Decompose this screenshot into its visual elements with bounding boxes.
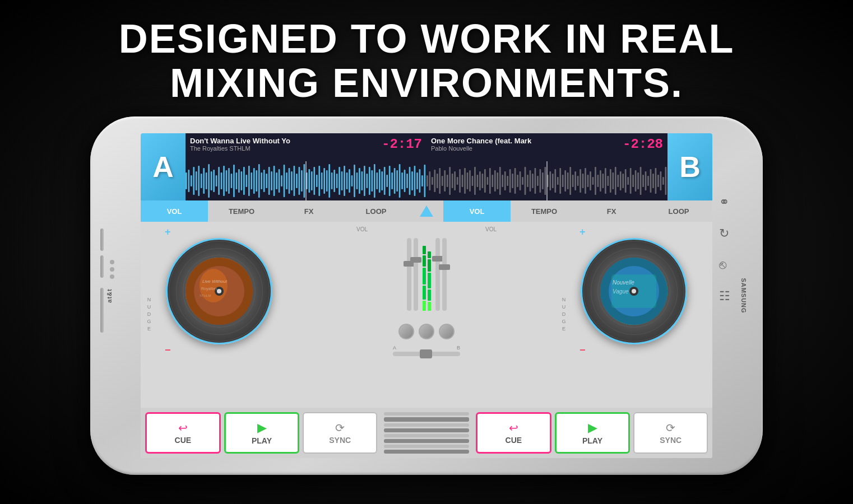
svg-rect-31: [261, 172, 262, 189]
svg-rect-59: [331, 172, 333, 189]
deck-a-minus-button[interactable]: −: [165, 344, 171, 356]
deck-a-play-button[interactable]: ▶ PLAY: [224, 412, 300, 454]
turntable-a-disc[interactable]: Live Without Royalties STHLM: [166, 238, 272, 344]
svg-rect-162: [585, 168, 586, 194]
crossfader-handle[interactable]: [420, 349, 432, 358]
svg-rect-191: [657, 175, 659, 187]
svg-rect-148: [549, 171, 551, 190]
tab-b-vol[interactable]: VOL: [443, 200, 511, 222]
volume-buttons[interactable]: [100, 228, 104, 333]
svg-rect-192: [660, 171, 662, 190]
svg-rect-160: [580, 169, 581, 193]
center-bar-5: [384, 434, 469, 437]
crossfader-track[interactable]: [393, 352, 460, 356]
phone-screen: A Don't Wanna Live Without Yo The Royalt…: [141, 133, 712, 458]
deck-b-sync-button[interactable]: ⟳ SYNC: [633, 412, 708, 454]
center-bar-4: [384, 428, 469, 432]
svg-rect-12: [213, 170, 215, 192]
svg-rect-41: [286, 172, 288, 189]
speaker-dot: [110, 274, 114, 279]
svg-rect-119: [477, 175, 479, 187]
track-b-artist: Pablo Nouvelle: [431, 145, 531, 152]
eq-knob-3[interactable]: [439, 324, 455, 339]
svg-rect-131: [507, 176, 508, 186]
svg-rect-65: [346, 172, 348, 189]
svg-rect-80: [384, 167, 386, 195]
deck-a-plus-button[interactable]: +: [165, 226, 171, 238]
sync-a-label: SYNC: [329, 436, 351, 445]
track-a-info: Don't Wanna Live Without Yo The Royaltie…: [186, 133, 426, 200]
vol-up-button[interactable]: [100, 228, 104, 251]
svg-rect-36: [273, 166, 275, 196]
tab-a-tempo[interactable]: TEMPO: [208, 200, 275, 222]
bottom-center-area: [382, 408, 471, 458]
svg-rect-37: [276, 172, 277, 189]
svg-rect-112: [459, 169, 461, 193]
play-b-icon: ▶: [588, 421, 597, 435]
svg-rect-58: [328, 164, 330, 198]
play-a-label: PLAY: [252, 436, 272, 445]
svg-text:Nouvelle: Nouvelle: [613, 279, 634, 286]
svg-rect-88: [404, 170, 406, 192]
deck-a-sync-button[interactable]: ⟳ SYNC: [303, 412, 377, 454]
center-bar-6: [384, 439, 469, 443]
fader-left-2[interactable]: [414, 238, 418, 311]
fader-right-2[interactable]: [442, 238, 447, 311]
fader-right-1[interactable]: [435, 238, 440, 311]
svg-rect-182: [635, 170, 637, 192]
play-b-label: PLAY: [582, 436, 602, 445]
tab-a-fx[interactable]: FX: [275, 200, 342, 222]
svg-rect-84: [394, 168, 396, 194]
eq-knob-1[interactable]: [398, 324, 414, 339]
turntable-b-disc[interactable]: Nouvelle Vague: [581, 238, 687, 344]
svg-rect-89: [406, 174, 408, 188]
svg-rect-55: [321, 172, 323, 189]
svg-rect-32: [263, 170, 265, 192]
svg-rect-35: [271, 171, 272, 190]
turntable-a[interactable]: Live Without Royalties STHLM: [166, 238, 272, 344]
power-button[interactable]: [100, 288, 104, 333]
svg-rect-188: [650, 169, 652, 193]
svg-rect-138: [525, 167, 526, 195]
deck-b-plus-button[interactable]: +: [580, 226, 586, 238]
vol-labels: VOL VOL: [298, 226, 555, 232]
fader-left-1[interactable]: [407, 238, 411, 311]
headline-line1: DESIGNED TO WORK IN REAL: [90, 17, 763, 61]
svg-rect-62: [339, 167, 340, 195]
svg-rect-11: [211, 171, 212, 190]
svg-rect-134: [514, 168, 516, 194]
svg-rect-42: [289, 168, 290, 194]
svg-rect-175: [617, 175, 619, 187]
controls-area: NUDGE +: [141, 222, 712, 408]
tab-a-vol[interactable]: VOL: [141, 200, 208, 222]
svg-rect-6: [198, 166, 200, 196]
svg-rect-130: [504, 171, 506, 190]
deck-b-minus-button[interactable]: −: [580, 344, 586, 356]
svg-rect-71: [361, 171, 363, 190]
svg-rect-85: [396, 170, 398, 192]
tab-a-loop[interactable]: LOOP: [342, 200, 410, 222]
vol-down-button[interactable]: [100, 255, 104, 278]
svg-rect-136: [520, 171, 521, 190]
turntable-b[interactable]: Nouvelle Vague: [581, 238, 687, 344]
svg-rect-2: [188, 170, 189, 192]
deck-a-nudge-label: NUDGE: [146, 297, 152, 333]
center-bars: [384, 412, 469, 454]
center-bar-8: [384, 450, 469, 454]
svg-rect-99: [426, 175, 428, 186]
svg-text:Live Without: Live Without: [202, 279, 228, 284]
tab-b-tempo[interactable]: TEMPO: [511, 200, 578, 222]
track-b-timer: -2:28: [623, 137, 663, 152]
svg-rect-16: [223, 166, 225, 196]
svg-rect-121: [482, 174, 484, 188]
svg-rect-187: [647, 176, 649, 186]
deck-b-cue-button[interactable]: ↩ CUE: [476, 412, 551, 454]
tab-b-loop[interactable]: LOOP: [645, 200, 712, 222]
waveform-b-svg: [426, 161, 667, 200]
deck-b-play-button[interactable]: ▶ PLAY: [555, 412, 631, 454]
sync-a-icon: ⟳: [335, 421, 345, 435]
tab-b-fx[interactable]: FX: [578, 200, 645, 222]
eq-knob-2[interactable]: [419, 324, 434, 339]
deck-a-cue-button[interactable]: ↩ CUE: [145, 412, 221, 454]
svg-rect-93: [416, 172, 418, 189]
